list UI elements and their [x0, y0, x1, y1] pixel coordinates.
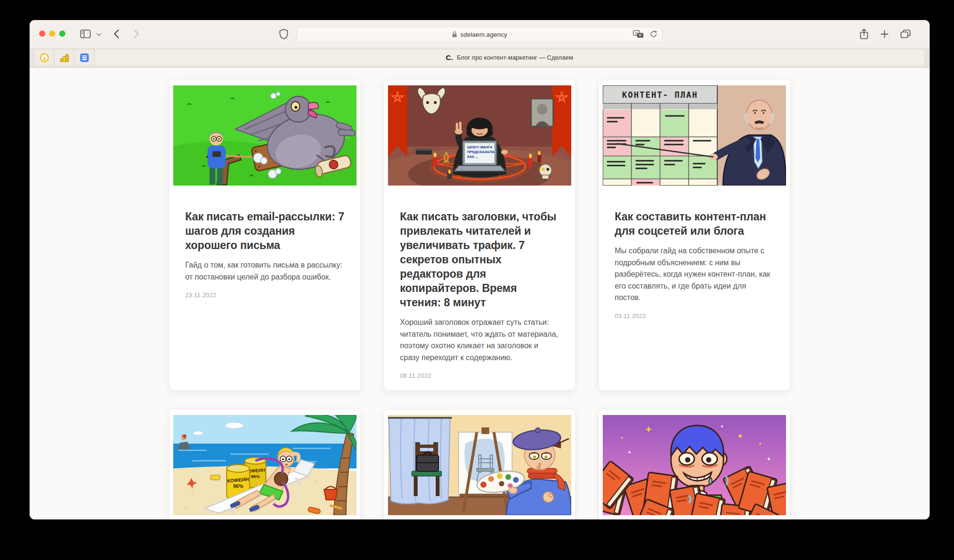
minimize-window-button[interactable] — [49, 31, 55, 37]
tab-title: Блог про контент-маркетинг — Сделаем — [457, 54, 573, 61]
close-window-button[interactable] — [39, 31, 45, 37]
blue-docs-icon — [80, 53, 89, 62]
share-icon[interactable] — [860, 28, 869, 40]
card-date: 08.11.2022 — [400, 373, 559, 379]
forward-button[interactable] — [134, 29, 139, 39]
lock-icon — [452, 31, 457, 38]
window-controls — [39, 31, 65, 37]
card-title[interactable]: Как составить контент-план для соцсетей … — [615, 209, 774, 238]
card-image: КОФЕИН 96% КОФЕИН 96% — [173, 415, 356, 515]
svg-text:♪: ♪ — [43, 54, 46, 61]
pinned-tab-coins[interactable] — [55, 50, 73, 65]
blog-card-headlines[interactable]: ШОК!!! ВАНГА ПРЕДСКАЗАЛА КАК ... — [384, 80, 575, 390]
presenter-head — [746, 100, 773, 130]
browser-toolbar: sdelaem.agency A — [30, 20, 930, 48]
tab-overview-icon[interactable] — [901, 30, 911, 39]
svg-text:96%: 96% — [233, 483, 243, 489]
card-description: Мы собрали гайд на собственном опыте с п… — [615, 245, 774, 304]
blog-card-email[interactable]: Как писать email-рассылки: 7 шагов для с… — [169, 80, 360, 390]
back-button[interactable] — [114, 29, 119, 39]
tab-bar: ♪ С. Блог про контент-маркетинг — Сделае… — [30, 48, 930, 68]
artist-painting-chair-illustration — [388, 415, 571, 515]
card-image: ШОК!!! ВАНГА ПРЕДСКАЗАЛА КАК ... — [388, 85, 571, 186]
svg-text:ПРЕДСКАЗАЛА: ПРЕДСКАЗАЛА — [467, 150, 495, 154]
card-title[interactable]: Как писать заголовки, чтобы привлекать ч… — [400, 209, 559, 310]
reader-in-pile-of-books-illustration — [603, 415, 786, 515]
beach-caffeine-barrels-illustration: КОФЕИН 96% КОФЕИН 96% — [173, 415, 356, 515]
pinned-tab-yandex-music[interactable]: ♪ — [35, 50, 53, 65]
card-date: 03.11.2022 — [615, 313, 774, 320]
page-content: Как писать email-рассылки: 7 шагов для с… — [30, 68, 930, 519]
zoom-window-button[interactable] — [59, 31, 65, 37]
card-title[interactable]: Как писать email-рассылки: 7 шагов для с… — [185, 209, 345, 252]
card-image — [388, 415, 571, 515]
blog-card-books[interactable] — [599, 410, 790, 519]
blog-card-content-plan[interactable]: КОНТЕНТ- ПЛАН — [599, 80, 790, 390]
sidebar-chevron-down-icon[interactable] — [96, 33, 102, 36]
pigeon-mail-slingshot-illustration — [173, 85, 356, 186]
portrait — [531, 99, 553, 126]
address-bar[interactable]: sdelaem.agency A — [297, 27, 662, 42]
blog-card-grid: Как писать email-рассылки: 7 шагов для с… — [169, 80, 790, 519]
pinned-tab-docs[interactable] — [75, 50, 94, 65]
url-text: sdelaem.agency — [460, 31, 507, 38]
card-description: Гайд о том, как готовить письма в рассыл… — [185, 259, 345, 283]
safari-window: sdelaem.agency A — [30, 20, 930, 519]
card-image: КОНТЕНТ- ПЛАН — [603, 85, 786, 186]
svg-text:96%: 96% — [251, 474, 260, 479]
active-tab[interactable]: С. Блог про контент-маркетинг — Сделаем — [95, 50, 924, 65]
svg-text:ШОК!!! ВАНГА: ШОК!!! ВАНГА — [467, 145, 493, 149]
translate-icon[interactable]: A — [633, 30, 644, 38]
tab-favicon: С. — [446, 53, 453, 62]
content-plan-presenter-illustration: КОНТЕНТ- ПЛАН — [603, 85, 786, 186]
reload-icon[interactable] — [650, 30, 658, 38]
yandex-music-icon: ♪ — [40, 53, 49, 62]
card-description: Хороший заголовок отражает суть статьи: … — [400, 317, 559, 363]
privacy-shield-icon[interactable] — [279, 29, 288, 40]
blog-card-artist[interactable] — [384, 410, 575, 519]
blog-card-beach[interactable]: КОФЕИН 96% КОФЕИН 96% — [169, 410, 360, 519]
content-plan-board: КОНТЕНТ- ПЛАН — [603, 85, 717, 186]
svg-text:КАК ...: КАК ... — [467, 155, 478, 159]
occult-ritual-laptop-illustration: ШОК!!! ВАНГА ПРЕДСКАЗАЛА КАК ... — [388, 85, 571, 186]
svg-text:КОНТЕНТ- ПЛАН: КОНТЕНТ- ПЛАН — [622, 90, 698, 100]
sidebar-toggle-icon[interactable] — [80, 30, 91, 38]
card-image — [603, 415, 786, 515]
card-image — [173, 85, 356, 186]
card-date: 23.11.2022 — [185, 292, 345, 299]
new-tab-icon[interactable] — [881, 30, 889, 38]
gold-coins-icon — [60, 53, 69, 62]
